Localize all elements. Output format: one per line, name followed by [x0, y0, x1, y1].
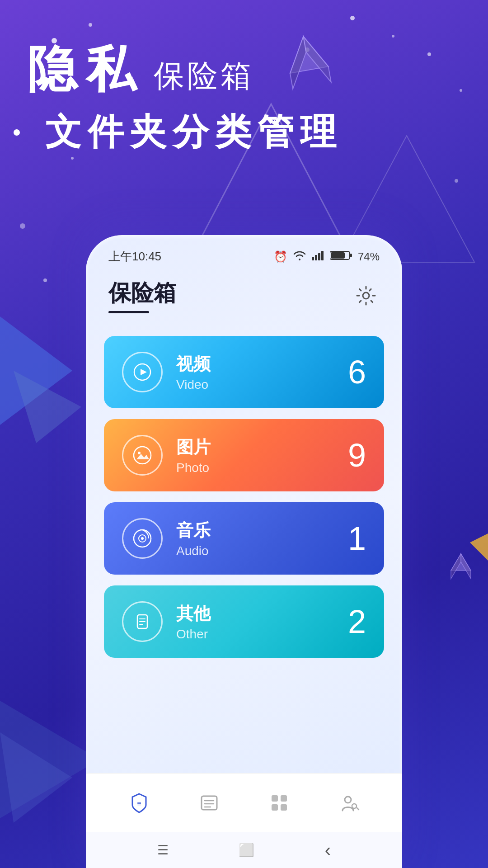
category-card-photo[interactable]: 图片 Photo 9: [104, 419, 384, 491]
photo-name-zh: 图片: [176, 436, 211, 459]
cards-container: 视频 Video 6 图片 Photo: [86, 327, 402, 773]
svg-point-7: [20, 223, 25, 229]
nav-menu-button[interactable]: ☰: [157, 843, 169, 858]
other-name-zh: 其他: [176, 602, 211, 625]
svg-marker-16: [0, 316, 72, 425]
svg-rect-30: [331, 252, 345, 259]
other-count: 2: [348, 603, 366, 640]
video-name-zh: 视频: [176, 353, 211, 376]
svg-point-9: [455, 179, 458, 183]
svg-point-38: [141, 537, 144, 540]
photo-name-en: Photo: [176, 461, 211, 475]
category-card-other[interactable]: 其他 Other 2: [104, 585, 384, 658]
header-title-big: 隐私: [27, 36, 145, 104]
audio-name-zh: 音乐: [176, 519, 211, 542]
svg-point-4: [427, 52, 431, 56]
header-title-small: 保险箱: [154, 56, 254, 97]
photo-icon-circle: [122, 435, 163, 476]
nav-home-button[interactable]: ⬜: [239, 843, 254, 858]
svg-marker-18: [0, 701, 99, 818]
svg-point-10: [71, 157, 74, 160]
title-underline: [108, 311, 149, 313]
video-icon-circle: [122, 352, 163, 392]
svg-point-8: [43, 278, 47, 282]
status-bar: 上午10:45 ⏰: [86, 235, 402, 269]
svg-line-54: [357, 808, 359, 810]
svg-marker-23: [451, 554, 461, 579]
svg-point-34: [134, 447, 151, 464]
svg-marker-20: [470, 533, 488, 561]
svg-rect-25: [315, 255, 317, 260]
svg-rect-26: [318, 253, 320, 260]
settings-button[interactable]: [352, 282, 380, 309]
video-name-en: Video: [176, 377, 211, 392]
category-card-audio[interactable]: 音乐 Audio 1: [104, 502, 384, 575]
alarm-icon: ⏰: [274, 250, 287, 263]
photo-count: 9: [348, 437, 366, 474]
svg-point-5: [460, 89, 462, 92]
svg-point-53: [352, 804, 357, 808]
svg-point-2: [350, 16, 355, 20]
svg-point-3: [392, 35, 394, 38]
system-nav-bar: ☰ ⬜ ‹: [86, 832, 402, 868]
app-title: 保险箱: [108, 278, 176, 308]
nav-item-apps[interactable]: [259, 787, 300, 819]
svg-point-1: [89, 23, 92, 27]
category-card-video[interactable]: 视频 Video 6: [104, 336, 384, 408]
nav-item-list[interactable]: [189, 787, 230, 819]
audio-icon-circle: [122, 518, 163, 559]
audio-count: 1: [348, 520, 366, 557]
nav-back-button[interactable]: ‹: [325, 840, 331, 860]
svg-rect-27: [321, 251, 324, 260]
other-name-en: Other: [176, 627, 211, 642]
battery-text: 74%: [358, 250, 380, 263]
phone-mockup: 上午10:45 ⏰: [86, 235, 402, 868]
app-title-wrap: 保险箱: [108, 278, 176, 313]
svg-point-35: [138, 452, 141, 454]
wifi-icon: [293, 250, 306, 263]
nav-item-safe[interactable]: ≡: [119, 787, 160, 819]
status-time: 上午10:45: [108, 249, 161, 264]
svg-rect-24: [312, 257, 314, 260]
svg-marker-33: [141, 369, 147, 375]
svg-rect-48: [272, 795, 278, 802]
svg-rect-49: [281, 795, 287, 802]
battery-icon: [330, 250, 352, 264]
svg-marker-19: [0, 732, 72, 823]
svg-rect-29: [350, 254, 352, 257]
header-text: 隐私 保险箱 文件夹分类管理: [27, 36, 343, 157]
svg-rect-50: [272, 804, 278, 811]
nav-item-profile[interactable]: [329, 787, 370, 819]
other-icon-circle: [122, 601, 163, 642]
svg-marker-21: [451, 554, 471, 571]
svg-rect-44: [202, 796, 217, 810]
signal-icon: [312, 250, 324, 263]
header-line2: 文件夹分类管理: [45, 108, 343, 157]
bottom-nav: ≡: [86, 773, 402, 832]
svg-marker-22: [461, 554, 471, 579]
app-header: 保险箱: [86, 269, 402, 327]
audio-name-en: Audio: [176, 544, 211, 558]
svg-marker-17: [14, 371, 81, 443]
svg-point-52: [345, 797, 351, 803]
svg-text:≡: ≡: [137, 800, 141, 807]
header-line1: 隐私 保险箱: [27, 36, 343, 104]
svg-point-31: [363, 292, 369, 299]
video-count: 6: [348, 354, 366, 391]
svg-rect-51: [281, 804, 287, 811]
header-bullet: [14, 129, 20, 136]
status-icons: ⏰: [274, 250, 380, 264]
